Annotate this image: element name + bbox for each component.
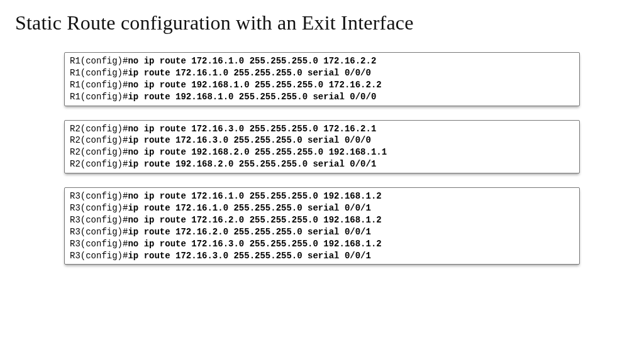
cli-line: R3(config)#ip route 172.16.3.0 255.255.2… [70, 250, 574, 262]
terminal-block-r2: R2(config)#no ip route 172.16.3.0 255.25… [64, 120, 580, 174]
cli-line: R2(config)#no ip route 172.16.3.0 255.25… [70, 123, 574, 135]
terminal-blocks: R1(config)#no ip route 172.16.1.0 255.25… [15, 52, 629, 265]
cli-command: ip route 192.168.1.0 255.255.255.0 seria… [128, 92, 376, 102]
cli-line: R1(config)#ip route 172.16.1.0 255.255.2… [70, 67, 574, 79]
cli-command: ip route 172.16.1.0 255.255.255.0 serial… [128, 68, 370, 78]
cli-command: ip route 192.168.2.0 255.255.255.0 seria… [128, 159, 376, 169]
cli-prompt: R3(config)# [70, 251, 128, 261]
cli-command: ip route 172.16.3.0 255.255.255.0 serial… [128, 135, 370, 145]
cli-command: ip route 172.16.3.0 255.255.255.0 serial… [128, 251, 370, 261]
cli-line: R3(config)#no ip route 172.16.1.0 255.25… [70, 190, 574, 202]
page-title: Static Route configuration with an Exit … [15, 11, 629, 35]
cli-command: no ip route 172.16.1.0 255.255.255.0 172… [128, 56, 376, 66]
slide: Static Route configuration with an Exit … [0, 0, 644, 276]
cli-line: R3(config)#no ip route 172.16.2.0 255.25… [70, 214, 574, 226]
cli-line: R1(config)#ip route 192.168.1.0 255.255.… [70, 91, 574, 103]
terminal-block-r3: R3(config)#no ip route 172.16.1.0 255.25… [64, 187, 580, 265]
cli-line: R1(config)#no ip route 192.168.1.0 255.2… [70, 79, 574, 91]
cli-line: R2(config)#ip route 172.16.3.0 255.255.2… [70, 134, 574, 146]
cli-prompt: R1(config)# [70, 56, 128, 66]
cli-line: R2(config)#ip route 192.168.2.0 255.255.… [70, 158, 574, 170]
cli-prompt: R1(config)# [70, 80, 128, 90]
cli-command: ip route 172.16.2.0 255.255.255.0 serial… [128, 227, 370, 237]
cli-line: R3(config)#ip route 172.16.1.0 255.255.2… [70, 202, 574, 214]
cli-command: no ip route 172.16.2.0 255.255.255.0 192… [128, 215, 381, 225]
cli-command: no ip route 172.16.3.0 255.255.255.0 192… [128, 239, 381, 249]
cli-prompt: R3(config)# [70, 203, 128, 213]
cli-prompt: R1(config)# [70, 92, 128, 102]
cli-command: no ip route 192.168.1.0 255.255.255.0 17… [128, 80, 381, 90]
cli-line: R3(config)#ip route 172.16.2.0 255.255.2… [70, 226, 574, 238]
terminal-block-r1: R1(config)#no ip route 172.16.1.0 255.25… [64, 52, 580, 106]
cli-prompt: R3(config)# [70, 191, 128, 201]
cli-prompt: R3(config)# [70, 239, 128, 249]
cli-prompt: R2(config)# [70, 135, 128, 145]
cli-prompt: R1(config)# [70, 68, 128, 78]
cli-prompt: R2(config)# [70, 124, 128, 134]
cli-line: R1(config)#no ip route 172.16.1.0 255.25… [70, 55, 574, 67]
cli-prompt: R2(config)# [70, 159, 128, 169]
cli-prompt: R3(config)# [70, 227, 128, 237]
cli-command: no ip route 172.16.3.0 255.255.255.0 172… [128, 124, 376, 134]
cli-command: no ip route 172.16.1.0 255.255.255.0 192… [128, 191, 381, 201]
cli-prompt: R3(config)# [70, 215, 128, 225]
cli-prompt: R2(config)# [70, 147, 128, 157]
cli-command: ip route 172.16.1.0 255.255.255.0 serial… [128, 203, 370, 213]
cli-line: R2(config)#no ip route 192.168.2.0 255.2… [70, 146, 574, 158]
cli-line: R3(config)#no ip route 172.16.3.0 255.25… [70, 238, 574, 250]
cli-command: no ip route 192.168.2.0 255.255.255.0 19… [128, 147, 387, 157]
